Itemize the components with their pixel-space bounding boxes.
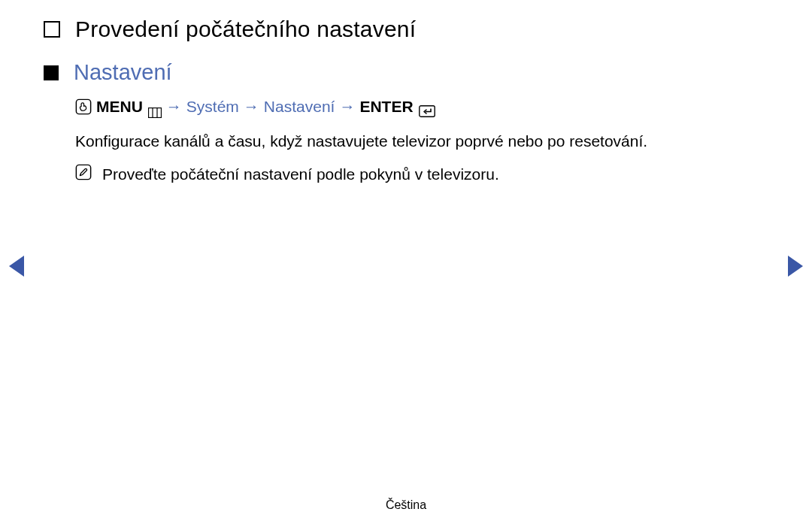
section-heading: Nastavení	[74, 60, 172, 85]
section-heading-row: Nastavení	[44, 60, 782, 85]
square-filled-bullet-icon	[44, 65, 59, 80]
page-title: Provedení počátečního nastavení	[75, 17, 416, 42]
square-outline-bullet-icon	[44, 21, 60, 38]
svg-rect-0	[76, 99, 90, 114]
manual-page: Provedení počátečního nastavení Nastaven…	[0, 0, 812, 530]
breadcrumb-arrow: →	[166, 95, 182, 117]
touch-hand-icon	[75, 98, 92, 115]
path-settings: Nastavení	[264, 95, 335, 117]
svg-rect-1	[148, 108, 161, 117]
menu-label: MENU	[96, 95, 143, 117]
note-row: Proveďte počáteční nastavení podle pokyn…	[75, 162, 782, 186]
description-text: Konfigurace kanálů a času, když nastavuj…	[75, 129, 782, 153]
footer-language: Čeština	[0, 498, 812, 512]
next-page-arrow[interactable]	[788, 256, 803, 277]
path-system: Systém	[186, 95, 239, 117]
breadcrumb-arrow: →	[339, 95, 355, 117]
prev-page-arrow[interactable]	[9, 256, 24, 277]
menu-path: MENU → Systém → Nastavení → ENTER	[75, 95, 782, 117]
pencil-note-icon	[75, 164, 92, 180]
menu-grid-icon	[148, 101, 162, 112]
enter-return-icon	[419, 101, 435, 113]
breadcrumb-arrow: →	[244, 95, 259, 117]
enter-label: ENTER	[359, 95, 413, 117]
page-title-row: Provedení počátečního nastavení	[44, 17, 782, 42]
note-text: Proveďte počáteční nastavení podle pokyn…	[102, 162, 499, 186]
svg-rect-5	[76, 165, 90, 179]
section-content: MENU → Systém → Nastavení → ENTER Konf	[75, 95, 782, 186]
